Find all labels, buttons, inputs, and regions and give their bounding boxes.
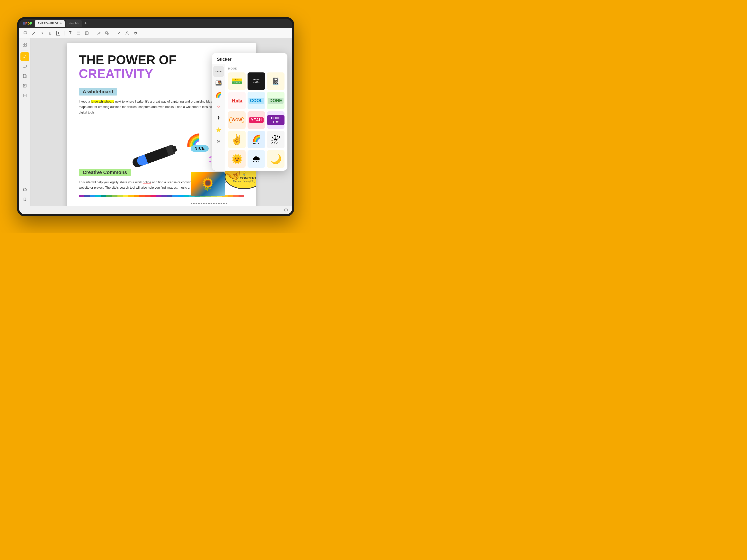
colors-icon[interactable]	[132, 30, 139, 36]
sticker-grid-container: MOOD MUCH BETTER	[225, 64, 287, 170]
cool-text: COOL	[249, 98, 264, 104]
goodtry-text: GOOD TRY	[267, 115, 284, 125]
person-icon[interactable]	[124, 30, 131, 36]
sticker-panel-body: UPDF 🍱 🌈 ○ ✈	[212, 64, 287, 170]
sticker-cat-paperplane[interactable]: ✈	[213, 113, 224, 124]
active-indicator	[22, 56, 24, 58]
color-seg-5	[101, 195, 106, 197]
toolbar-separator-2	[93, 31, 93, 35]
svg-rect-1	[77, 32, 80, 34]
sticker-peace-hand[interactable]: ✌️	[228, 131, 246, 148]
sidebar-verify-icon[interactable]	[20, 91, 29, 100]
section1-label: A whiteboard	[79, 88, 117, 96]
toolbar: S U T T	[19, 28, 292, 38]
sticker-panel-title: Sticker	[212, 53, 287, 64]
sticker-categories: UPDF 🍱 🌈 ○ ✈	[212, 64, 225, 170]
sticker-cat-number9[interactable]: 9	[213, 136, 224, 147]
sticker-much-better[interactable]: MUCH BETTER	[228, 73, 246, 90]
sticker-sun-happy[interactable]: 🌞	[228, 150, 246, 168]
shape-icon[interactable]	[104, 30, 110, 36]
sticker-good-try[interactable]: GOOD TRY	[267, 111, 284, 129]
chat-icon[interactable]	[283, 207, 289, 214]
marker-tip	[172, 145, 177, 152]
marker-grip	[136, 147, 169, 167]
sticker-cat-updf[interactable]: UPDF	[213, 66, 224, 77]
table-icon[interactable]	[83, 30, 90, 36]
thunder-icon: ⛈	[271, 134, 281, 145]
pdf-content-area[interactable]: THE POWER OF CREATIVITY A whiteboard I k…	[31, 38, 292, 206]
color-seg-13	[145, 195, 151, 197]
text-frame-icon[interactable]	[75, 30, 82, 36]
sticker-notebook[interactable]: 📓	[267, 73, 284, 90]
sidebar-comment-icon[interactable]	[20, 62, 29, 71]
updf-logo: UPDF	[21, 22, 34, 25]
food-icon: 🍱	[215, 80, 222, 86]
highlight-large: large whiteboard	[91, 100, 114, 103]
sidebar-export-icon[interactable]	[20, 81, 29, 90]
main-area: THE POWER OF CREATIVITY A whiteboard I k…	[19, 38, 292, 206]
done-text: DONE	[268, 98, 284, 104]
svg-rect-20	[284, 209, 287, 211]
nice-label: NICE	[253, 142, 259, 145]
sidebar-highlight-icon[interactable]	[20, 52, 29, 61]
toolbar-separator-3	[113, 31, 113, 35]
sticker-cat-rainbow[interactable]: 🌈	[213, 89, 224, 100]
eraser-icon[interactable]	[95, 30, 102, 36]
wow-text: WOW	[229, 117, 244, 123]
key-concept-bulb: 💡	[242, 171, 247, 176]
sticker-grid: MUCH BETTER BEHIND THE SCENES	[228, 73, 284, 168]
sticker-hola[interactable]: Hola	[228, 92, 246, 109]
text-box-icon[interactable]: T	[55, 30, 62, 36]
new-tab-button[interactable]: +	[83, 21, 88, 26]
color-seg-10	[128, 195, 134, 197]
svg-rect-11	[25, 43, 26, 45]
sticker-cat-star[interactable]: ⭐	[213, 125, 224, 135]
sticker-nice-rainbow[interactable]: 🌈 NICE	[248, 131, 265, 148]
sticker-moon[interactable]: 🌙	[267, 150, 284, 168]
sticker-panel: Sticker UPDF 🍱 🌈	[212, 53, 287, 170]
sidebar-thumbnail-icon[interactable]	[20, 41, 29, 49]
sticker-behind-scenes[interactable]: BEHIND THE SCENES	[248, 73, 265, 90]
color-seg-11	[134, 195, 139, 197]
tab-active[interactable]: THE POWER OF ✎	[35, 20, 65, 27]
underline-tool-icon[interactable]: U	[47, 30, 53, 36]
rainbow-icon: 🌈	[215, 91, 222, 98]
marker-body	[131, 144, 176, 168]
color-seg-18	[173, 195, 178, 197]
sticker-cat-food[interactable]: 🍱	[213, 78, 224, 88]
pen-tool-icon[interactable]	[115, 30, 122, 36]
sidebar-bookmark-icon[interactable]	[20, 195, 29, 204]
circle-icon: ○	[217, 104, 220, 109]
pencil-tool-icon[interactable]	[30, 30, 37, 36]
svg-rect-0	[24, 32, 27, 34]
sidebar-layers-icon[interactable]	[20, 185, 29, 194]
sticker-thunder-cloud[interactable]: ⛈	[267, 131, 284, 148]
comment-tool-icon[interactable]	[22, 30, 29, 36]
svg-rect-12	[23, 45, 25, 47]
rain-cloud-icon: 🌧	[252, 154, 261, 164]
svg-rect-13	[25, 45, 26, 47]
svg-point-7	[107, 33, 108, 34]
sticker-cool[interactable]: COOL	[248, 92, 265, 109]
color-seg-2	[84, 195, 90, 197]
tab-new[interactable]: New Tab	[66, 20, 82, 27]
sticker-rain-cloud[interactable]: 🌧	[248, 150, 265, 168]
notebook-icon: 📓	[272, 77, 280, 85]
paper-plane-icon: ✈	[216, 115, 221, 121]
sticker-cat-circle[interactable]: ○	[213, 101, 224, 112]
toolbar-separator-1	[64, 31, 65, 35]
color-seg-8	[118, 195, 123, 197]
color-seg-15	[156, 195, 161, 197]
svg-rect-10	[23, 43, 25, 45]
section2-label: Creative Commons	[79, 169, 131, 176]
strikethrough-tool-icon[interactable]: S	[38, 30, 45, 36]
sticker-yeah[interactable]: YEAH	[248, 111, 265, 129]
rainbow-nice-icon: 🌈	[252, 134, 261, 142]
sticker-wow[interactable]: WOW	[228, 111, 246, 129]
sidebar-pages-icon[interactable]	[20, 72, 29, 80]
color-seg-30	[238, 195, 244, 197]
text-t-icon[interactable]: T	[67, 30, 74, 36]
sticker-done[interactable]: DONE	[267, 92, 284, 109]
tablet-frame: UPDF THE POWER OF ✎ New Tab + S U	[17, 17, 294, 216]
tab-edit-icon: ✎	[60, 22, 62, 25]
